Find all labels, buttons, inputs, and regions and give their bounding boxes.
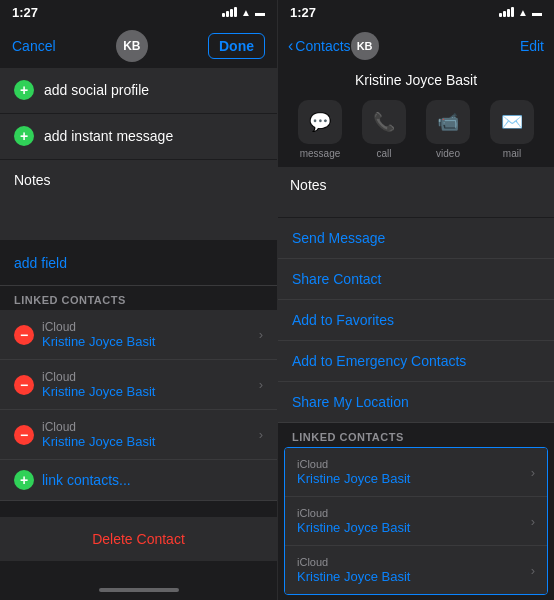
call-icon: 📞 bbox=[362, 100, 406, 144]
right-notes-section[interactable]: Notes bbox=[278, 167, 554, 217]
mail-action-button[interactable]: ✉️ mail bbox=[485, 100, 540, 159]
linked-item-1-left: − iCloud Kristine Joyce Basit bbox=[14, 320, 155, 349]
left-wifi-icon: ▲ bbox=[241, 7, 251, 18]
right-signal-icon bbox=[499, 7, 514, 17]
right-linked-item-1-name: Kristine Joyce Basit bbox=[297, 471, 410, 486]
right-linked-item-2[interactable]: iCloud Kristine Joyce Basit › bbox=[285, 497, 547, 546]
linked-item-3-left: − iCloud Kristine Joyce Basit bbox=[14, 420, 155, 449]
add-field-button[interactable]: add field bbox=[0, 241, 277, 286]
video-icon: 📹 bbox=[426, 100, 470, 144]
call-action-button[interactable]: 📞 call bbox=[357, 100, 412, 159]
left-status-bar: 1:27 ▲ ▬ bbox=[0, 0, 277, 24]
linked-item-2-chevron: › bbox=[259, 377, 263, 392]
share-contact-action[interactable]: Share Contact bbox=[278, 259, 554, 300]
right-avatar: KB bbox=[351, 32, 379, 60]
linked-item-1-info: iCloud Kristine Joyce Basit bbox=[42, 320, 155, 349]
done-button[interactable]: Done bbox=[208, 33, 265, 59]
right-nav-center: KB bbox=[351, 32, 520, 60]
left-signal-icon bbox=[222, 7, 237, 17]
right-linked-item-1-info: iCloud Kristine Joyce Basit bbox=[297, 458, 410, 486]
right-linked-item-2-chevron: › bbox=[531, 514, 535, 529]
right-linked-contacts-header: LINKED CONTACTS bbox=[278, 423, 554, 447]
message-label: message bbox=[300, 148, 341, 159]
cancel-button[interactable]: Cancel bbox=[12, 38, 56, 54]
right-linked-item-2-info: iCloud Kristine Joyce Basit bbox=[297, 507, 410, 535]
mail-label: mail bbox=[503, 148, 521, 159]
delete-contact-button[interactable]: Delete Contact bbox=[0, 517, 277, 561]
right-linked-item-2-source: iCloud bbox=[297, 507, 410, 519]
linked-item-1-minus-icon[interactable]: − bbox=[14, 325, 34, 345]
right-linked-item-1-source: iCloud bbox=[297, 458, 410, 470]
link-contacts-row[interactable]: + link contacts... bbox=[0, 460, 277, 501]
linked-item-3[interactable]: − iCloud Kristine Joyce Basit › bbox=[0, 410, 277, 460]
linked-item-1-source: iCloud bbox=[42, 320, 155, 334]
right-linked-item-2-name: Kristine Joyce Basit bbox=[297, 520, 410, 535]
right-status-time: 1:27 bbox=[290, 5, 316, 20]
right-wifi-icon: ▲ bbox=[518, 7, 528, 18]
right-panel: 1:27 ▲ ▬ ‹ Contacts KB Edit Kristine Joy… bbox=[277, 0, 554, 600]
add-favorites-action[interactable]: Add to Favorites bbox=[278, 300, 554, 341]
add-social-profile-item[interactable]: + add social profile bbox=[0, 68, 277, 113]
linked-item-2-info: iCloud Kristine Joyce Basit bbox=[42, 370, 155, 399]
right-action-list: Send Message Share Contact Add to Favori… bbox=[278, 218, 554, 423]
linked-item-3-chevron: › bbox=[259, 427, 263, 442]
left-notes-label: Notes bbox=[14, 172, 263, 188]
link-contacts-icon: + bbox=[14, 470, 34, 490]
left-home-bar bbox=[99, 588, 179, 592]
right-linked-contacts-box: iCloud Kristine Joyce Basit › iCloud Kri… bbox=[284, 447, 548, 595]
right-notes-label: Notes bbox=[290, 177, 542, 193]
right-linked-item-3[interactable]: iCloud Kristine Joyce Basit › bbox=[285, 546, 547, 594]
right-nav-bar: ‹ Contacts KB Edit bbox=[278, 24, 554, 68]
add-emergency-action[interactable]: Add to Emergency Contacts bbox=[278, 341, 554, 382]
linked-item-2-left: − iCloud Kristine Joyce Basit bbox=[14, 370, 155, 399]
left-panel: 1:27 ▲ ▬ Cancel KB Done + add social pro… bbox=[0, 0, 277, 600]
linked-item-1-name: Kristine Joyce Basit bbox=[42, 334, 155, 349]
edit-button[interactable]: Edit bbox=[520, 38, 544, 54]
add-instant-label: add instant message bbox=[44, 128, 173, 144]
left-status-icons: ▲ ▬ bbox=[222, 7, 265, 18]
back-label: Contacts bbox=[295, 38, 350, 54]
left-linked-contacts-header: LINKED CONTACTS bbox=[0, 286, 277, 310]
left-content: + add social profile + add instant messa… bbox=[0, 68, 277, 580]
message-icon: 💬 bbox=[298, 100, 342, 144]
left-status-time: 1:27 bbox=[12, 5, 38, 20]
linked-item-3-name: Kristine Joyce Basit bbox=[42, 434, 155, 449]
right-linked-item-1-chevron: › bbox=[531, 465, 535, 480]
linked-item-2-name: Kristine Joyce Basit bbox=[42, 384, 155, 399]
linked-item-3-source: iCloud bbox=[42, 420, 155, 434]
left-battery-icon: ▬ bbox=[255, 7, 265, 18]
right-linked-item-3-info: iCloud Kristine Joyce Basit bbox=[297, 556, 410, 584]
link-contacts-label: link contacts... bbox=[42, 472, 131, 488]
back-chevron-icon: ‹ bbox=[288, 37, 293, 55]
linked-item-1[interactable]: − iCloud Kristine Joyce Basit › bbox=[0, 310, 277, 360]
left-avatar: KB bbox=[116, 30, 148, 62]
contact-name: Kristine Joyce Basit bbox=[278, 68, 554, 96]
linked-item-3-minus-icon[interactable]: − bbox=[14, 425, 34, 445]
mail-icon: ✉️ bbox=[490, 100, 534, 144]
action-buttons-row: 💬 message 📞 call 📹 video ✉️ mail bbox=[278, 96, 554, 167]
video-label: video bbox=[436, 148, 460, 159]
right-battery-icon: ▬ bbox=[532, 7, 542, 18]
send-message-action[interactable]: Send Message bbox=[278, 218, 554, 259]
linked-item-1-chevron: › bbox=[259, 327, 263, 342]
add-social-icon: + bbox=[14, 80, 34, 100]
message-action-button[interactable]: 💬 message bbox=[293, 100, 348, 159]
add-social-label: add social profile bbox=[44, 82, 149, 98]
linked-item-2-minus-icon[interactable]: − bbox=[14, 375, 34, 395]
right-status-icons: ▲ ▬ bbox=[499, 7, 542, 18]
right-linked-item-3-chevron: › bbox=[531, 563, 535, 578]
linked-item-3-info: iCloud Kristine Joyce Basit bbox=[42, 420, 155, 449]
share-location-action[interactable]: Share My Location bbox=[278, 382, 554, 423]
left-notes-section[interactable]: Notes bbox=[0, 160, 277, 240]
video-action-button[interactable]: 📹 video bbox=[421, 100, 476, 159]
back-button[interactable]: ‹ Contacts bbox=[288, 37, 351, 55]
add-instant-message-item[interactable]: + add instant message bbox=[0, 114, 277, 159]
right-linked-item-1[interactable]: iCloud Kristine Joyce Basit › bbox=[285, 448, 547, 497]
right-linked-item-3-name: Kristine Joyce Basit bbox=[297, 569, 410, 584]
left-home-indicator bbox=[0, 580, 277, 600]
add-instant-icon: + bbox=[14, 126, 34, 146]
right-status-bar: 1:27 ▲ ▬ bbox=[278, 0, 554, 24]
right-home-indicator bbox=[278, 595, 554, 600]
call-label: call bbox=[376, 148, 391, 159]
linked-item-2[interactable]: − iCloud Kristine Joyce Basit › bbox=[0, 360, 277, 410]
